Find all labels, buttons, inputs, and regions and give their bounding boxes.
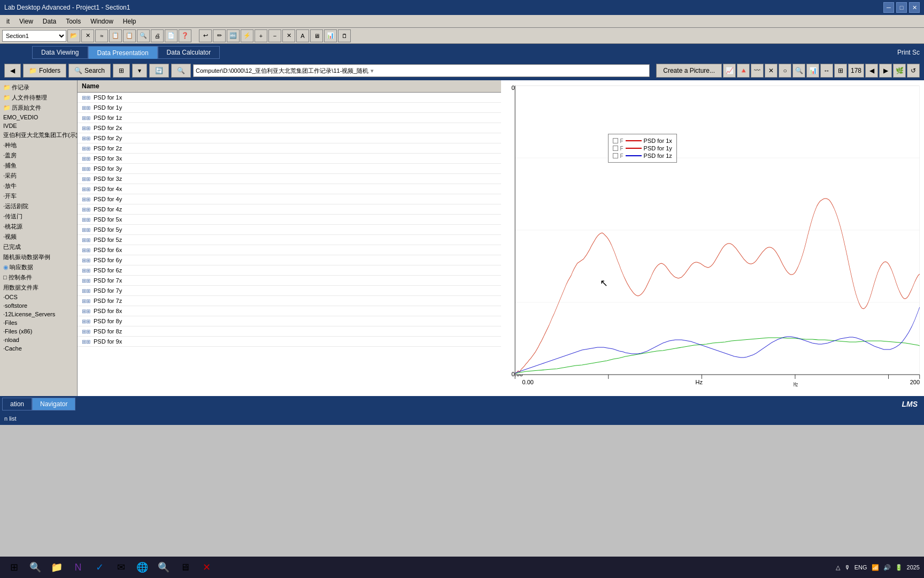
minimize-button[interactable]: ─: [883, 2, 894, 13]
file-item-21[interactable]: ⊞⊞PSD for 8x: [78, 306, 501, 316]
toolbar-btn-9[interactable]: ❓: [179, 29, 191, 42]
file-item-5[interactable]: ⊞⊞PSD for 2z: [78, 143, 501, 154]
taskbar-search-button[interactable]: 🔍: [26, 558, 45, 577]
tree-item-18[interactable]: ◉ 响应数据: [1, 262, 76, 272]
toolbar-btn-2[interactable]: ✕: [81, 29, 94, 42]
chart-tool-3[interactable]: 〰: [751, 64, 764, 78]
tree-item-9[interactable]: ·采药: [1, 171, 76, 181]
tree-item-1[interactable]: 📁人文件待整理: [1, 93, 76, 103]
tab-data-calculator[interactable]: Data Calculator: [158, 46, 220, 59]
file-item-10[interactable]: ⊞⊞PSD for 4y: [78, 194, 501, 204]
tree-item-4[interactable]: IVDE: [1, 121, 76, 130]
toolbar-btn-15[interactable]: −: [268, 29, 281, 42]
toolbar-btn-13[interactable]: ⚡: [241, 29, 253, 42]
toolbar-btn-20[interactable]: 🗒: [338, 29, 351, 42]
section-dropdown[interactable]: Section1: [2, 30, 66, 42]
file-item-4[interactable]: ⊞⊞PSD for 2y: [78, 133, 501, 143]
toolbar-btn-8[interactable]: 📄: [165, 29, 178, 42]
file-item-11[interactable]: ⊞⊞PSD for 4z: [78, 204, 501, 215]
legend-checkbox-1[interactable]: [613, 146, 618, 151]
tree-item-11[interactable]: ·开车: [1, 191, 76, 201]
file-item-23[interactable]: ⊞⊞PSD for 8z: [78, 326, 501, 337]
tree-item-8[interactable]: ·捕鱼: [1, 161, 76, 171]
tree-item-27[interactable]: ·Cache: [1, 344, 76, 353]
menu-window[interactable]: Window: [86, 17, 118, 26]
close-button[interactable]: ✕: [909, 2, 920, 13]
tree-item-7[interactable]: ·盖房: [1, 150, 76, 161]
chart-tool-9[interactable]: ⊞: [834, 64, 847, 78]
tab-data-viewing[interactable]: Data Viewing: [32, 46, 88, 59]
tree-item-17[interactable]: 随机振动数据举例: [1, 252, 76, 262]
toolbar-btn-12[interactable]: 🔤: [227, 29, 240, 42]
chart-tool-5[interactable]: ○: [779, 64, 791, 78]
file-item-17[interactable]: ⊞⊞PSD for 6z: [78, 265, 501, 276]
file-item-0[interactable]: ⊞⊞PSD for 1x: [78, 93, 501, 103]
tree-item-16[interactable]: 已完成: [1, 242, 76, 252]
file-item-3[interactable]: ⊞⊞PSD for 2x: [78, 123, 501, 133]
chart-tool-10[interactable]: 178: [848, 64, 864, 78]
file-item-16[interactable]: ⊞⊞PSD for 6y: [78, 255, 501, 265]
taskbar-vm-button[interactable]: 🖥: [175, 558, 195, 577]
menu-help[interactable]: Help: [119, 17, 141, 26]
tree-item-5[interactable]: 亚伯利亚大北荒集团工作(示): [1, 130, 76, 140]
file-item-24[interactable]: ⊞⊞PSD for 9x: [78, 337, 501, 347]
grid-options-button[interactable]: ▾: [132, 64, 147, 78]
file-item-20[interactable]: ⊞⊞PSD for 7z: [78, 296, 501, 306]
tree-item-20[interactable]: 用数据文件库: [1, 283, 76, 293]
chart-tool-14[interactable]: ↺: [907, 64, 920, 78]
folders-button[interactable]: 📁 Folders: [23, 64, 66, 78]
tree-item-0[interactable]: 📁作记录: [1, 82, 76, 93]
file-item-14[interactable]: ⊞⊞PSD for 5z: [78, 235, 501, 245]
toolbar-btn-19[interactable]: 📊: [324, 29, 337, 42]
tree-item-19[interactable]: □ 控制条件: [1, 272, 76, 283]
tree-item-22[interactable]: ·softstore: [1, 301, 76, 310]
tree-item-14[interactable]: ·桃花源: [1, 222, 76, 232]
toolbar-btn-1[interactable]: 📂: [67, 29, 80, 42]
toolbar-btn-6[interactable]: 🔍: [137, 29, 150, 42]
file-item-9[interactable]: ⊞⊞PSD for 4x: [78, 184, 501, 194]
chart-tool-1[interactable]: 📈: [723, 64, 736, 78]
file-item-1[interactable]: ⊞⊞PSD for 1y: [78, 103, 501, 113]
bottom-tab-navigator[interactable]: Navigator: [32, 398, 75, 410]
start-button[interactable]: ⊞: [4, 558, 24, 577]
tree-item-26[interactable]: ·nload: [1, 336, 76, 344]
create-picture-button[interactable]: Create a Picture...: [656, 64, 722, 78]
grid-view-button[interactable]: ⊞: [113, 64, 130, 78]
toolbar-btn-7[interactable]: 🖨: [151, 29, 164, 42]
toolbar-btn-14[interactable]: +: [255, 29, 267, 42]
toolbar-btn-10[interactable]: ↩: [199, 29, 212, 42]
toolbar-btn-18[interactable]: 🖥: [310, 29, 323, 42]
tree-item-12[interactable]: ·远活剧院: [1, 201, 76, 211]
tree-item-10[interactable]: ·放牛: [1, 181, 76, 191]
tree-item-13[interactable]: ·传送门: [1, 211, 76, 222]
toolbar-btn-11[interactable]: ✏: [213, 29, 226, 42]
taskbar-x-button[interactable]: ✕: [197, 558, 216, 577]
taskbar-search2-button[interactable]: 🔍: [154, 558, 173, 577]
legend-checkbox-0[interactable]: [613, 138, 618, 143]
tree-item-24[interactable]: ·Files: [1, 318, 76, 327]
chart-tool-11[interactable]: ◀: [865, 64, 878, 78]
file-item-12[interactable]: ⊞⊞PSD for 5x: [78, 215, 501, 225]
toolbar-btn-4[interactable]: 📋: [109, 29, 122, 42]
back-button[interactable]: ◀: [4, 64, 21, 78]
menu-tools[interactable]: Tools: [61, 17, 85, 26]
menu-it[interactable]: it: [2, 17, 14, 26]
file-item-6[interactable]: ⊞⊞PSD for 3x: [78, 154, 501, 164]
chart-tool-2[interactable]: 🔺: [737, 64, 750, 78]
tree-item-21[interactable]: ·OCS: [1, 293, 76, 301]
chart-tool-7[interactable]: 📊: [806, 64, 819, 78]
file-item-2[interactable]: ⊞⊞PSD for 1z: [78, 113, 501, 123]
file-item-8[interactable]: ⊞⊞PSD for 3z: [78, 174, 501, 184]
file-item-13[interactable]: ⊞⊞PSD for 5y: [78, 225, 501, 235]
taskbar-todo-button[interactable]: ✓: [90, 558, 109, 577]
search-button[interactable]: 🔍 Search: [68, 64, 111, 78]
file-item-15[interactable]: ⊞⊞PSD for 6x: [78, 245, 501, 255]
bottom-tab-animation[interactable]: ation: [2, 398, 32, 410]
zoom-button[interactable]: 🔍: [171, 64, 191, 78]
file-item-22[interactable]: ⊞⊞PSD for 8y: [78, 316, 501, 326]
taskbar-edge-button[interactable]: 🌐: [133, 558, 152, 577]
taskbar-mail-button[interactable]: ✉: [111, 558, 130, 577]
file-item-7[interactable]: ⊞⊞PSD for 3y: [78, 164, 501, 174]
taskbar-onenote-button[interactable]: N: [68, 558, 88, 577]
tree-item-2[interactable]: 📁历原始文件: [1, 103, 76, 113]
